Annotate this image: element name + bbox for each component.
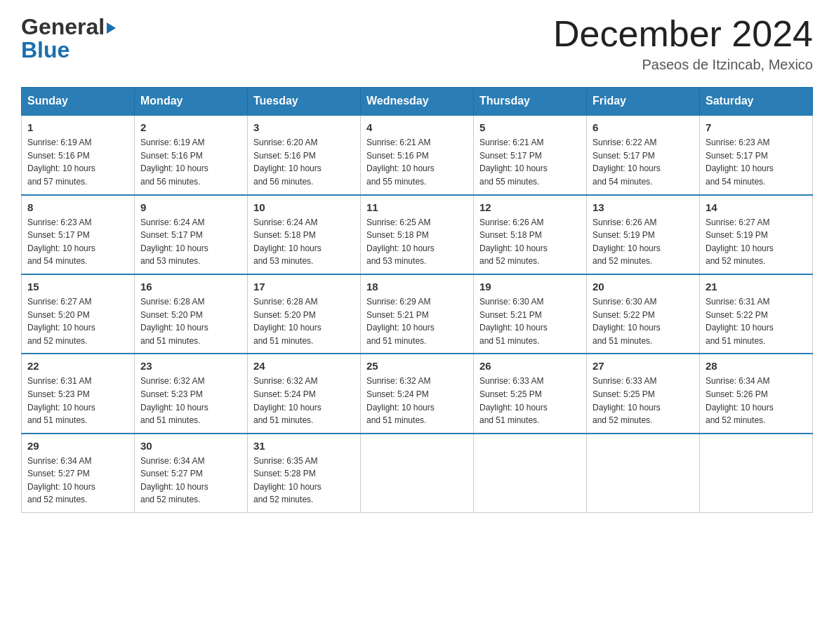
day-cell [700,434,813,513]
day-cell: 13 Sunrise: 6:26 AM Sunset: 5:19 PM Dayl… [587,195,700,274]
day-number: 24 [253,360,355,372]
day-number: 11 [366,201,468,213]
header-day-friday: Friday [587,88,700,116]
week-row-3: 15 Sunrise: 6:27 AM Sunset: 5:20 PM Dayl… [22,274,813,354]
day-info: Sunrise: 6:24 AM Sunset: 5:17 PM Dayligh… [140,216,241,268]
day-info: Sunrise: 6:31 AM Sunset: 5:22 PM Dayligh… [706,295,807,347]
day-info: Sunrise: 6:35 AM Sunset: 5:28 PM Dayligh… [253,455,355,507]
day-number: 5 [479,121,581,133]
day-number: 16 [140,281,241,293]
day-cell: 20 Sunrise: 6:30 AM Sunset: 5:22 PM Dayl… [587,274,700,354]
day-info: Sunrise: 6:34 AM Sunset: 5:27 PM Dayligh… [140,455,241,507]
day-cell: 3 Sunrise: 6:20 AM Sunset: 5:16 PM Dayli… [248,115,361,194]
day-info: Sunrise: 6:31 AM Sunset: 5:23 PM Dayligh… [27,375,128,427]
day-number: 18 [366,281,468,293]
day-cell: 12 Sunrise: 6:26 AM Sunset: 5:18 PM Dayl… [474,195,587,274]
day-number: 30 [140,440,241,452]
day-cell: 1 Sunrise: 6:19 AM Sunset: 5:16 PM Dayli… [22,115,135,194]
day-info: Sunrise: 6:24 AM Sunset: 5:18 PM Dayligh… [253,216,355,268]
day-cell: 31 Sunrise: 6:35 AM Sunset: 5:28 PM Dayl… [248,434,361,513]
day-cell: 18 Sunrise: 6:29 AM Sunset: 5:21 PM Dayl… [361,274,474,354]
day-info: Sunrise: 6:19 AM Sunset: 5:16 PM Dayligh… [140,136,241,188]
day-info: Sunrise: 6:26 AM Sunset: 5:19 PM Dayligh… [593,216,694,268]
day-cell: 4 Sunrise: 6:21 AM Sunset: 5:16 PM Dayli… [361,115,474,194]
day-info: Sunrise: 6:21 AM Sunset: 5:16 PM Dayligh… [366,136,468,188]
day-number: 31 [253,440,355,452]
day-number: 17 [253,281,355,293]
day-number: 22 [27,360,128,372]
day-info: Sunrise: 6:34 AM Sunset: 5:27 PM Dayligh… [27,455,128,507]
day-number: 28 [706,360,807,372]
day-info: Sunrise: 6:21 AM Sunset: 5:17 PM Dayligh… [479,136,581,188]
calendar-table: SundayMondayTuesdayWednesdayThursdayFrid… [21,87,813,513]
day-cell: 24 Sunrise: 6:32 AM Sunset: 5:24 PM Dayl… [248,354,361,433]
day-info: Sunrise: 6:23 AM Sunset: 5:17 PM Dayligh… [706,136,807,188]
header-day-monday: Monday [135,88,248,116]
day-cell: 9 Sunrise: 6:24 AM Sunset: 5:17 PM Dayli… [135,195,248,274]
day-cell: 14 Sunrise: 6:27 AM Sunset: 5:19 PM Dayl… [700,195,813,274]
day-cell: 8 Sunrise: 6:23 AM Sunset: 5:17 PM Dayli… [22,195,135,274]
day-cell: 5 Sunrise: 6:21 AM Sunset: 5:17 PM Dayli… [474,115,587,194]
week-row-5: 29 Sunrise: 6:34 AM Sunset: 5:27 PM Dayl… [22,434,813,513]
day-cell: 28 Sunrise: 6:34 AM Sunset: 5:26 PM Dayl… [700,354,813,433]
header-day-thursday: Thursday [474,88,587,116]
day-info: Sunrise: 6:32 AM Sunset: 5:23 PM Dayligh… [140,375,241,427]
day-cell: 26 Sunrise: 6:33 AM Sunset: 5:25 PM Dayl… [474,354,587,433]
day-cell: 30 Sunrise: 6:34 AM Sunset: 5:27 PM Dayl… [135,434,248,513]
day-cell: 22 Sunrise: 6:31 AM Sunset: 5:23 PM Dayl… [22,354,135,433]
day-number: 1 [27,121,128,133]
day-cell: 27 Sunrise: 6:33 AM Sunset: 5:25 PM Dayl… [587,354,700,433]
week-row-1: 1 Sunrise: 6:19 AM Sunset: 5:16 PM Dayli… [22,115,813,194]
day-info: Sunrise: 6:19 AM Sunset: 5:16 PM Dayligh… [27,136,128,188]
header-day-tuesday: Tuesday [248,88,361,116]
week-row-2: 8 Sunrise: 6:23 AM Sunset: 5:17 PM Dayli… [22,195,813,274]
day-number: 29 [27,440,128,452]
day-number: 19 [479,281,581,293]
day-number: 15 [27,281,128,293]
day-info: Sunrise: 6:28 AM Sunset: 5:20 PM Dayligh… [140,295,241,347]
day-info: Sunrise: 6:28 AM Sunset: 5:20 PM Dayligh… [253,295,355,347]
day-info: Sunrise: 6:25 AM Sunset: 5:18 PM Dayligh… [366,216,468,268]
day-number: 9 [140,201,241,213]
day-info: Sunrise: 6:20 AM Sunset: 5:16 PM Dayligh… [253,136,355,188]
day-info: Sunrise: 6:30 AM Sunset: 5:22 PM Dayligh… [593,295,694,347]
calendar-body: 1 Sunrise: 6:19 AM Sunset: 5:16 PM Dayli… [22,115,813,512]
day-number: 8 [27,201,128,213]
logo-blue: Blue [21,37,70,63]
day-number: 13 [593,201,694,213]
day-cell: 15 Sunrise: 6:27 AM Sunset: 5:20 PM Dayl… [22,274,135,354]
day-number: 2 [140,121,241,133]
day-number: 27 [593,360,694,372]
day-number: 3 [253,121,355,133]
day-info: Sunrise: 6:27 AM Sunset: 5:19 PM Dayligh… [706,216,807,268]
day-info: Sunrise: 6:30 AM Sunset: 5:21 PM Dayligh… [479,295,581,347]
day-cell: 23 Sunrise: 6:32 AM Sunset: 5:23 PM Dayl… [135,354,248,433]
day-cell: 7 Sunrise: 6:23 AM Sunset: 5:17 PM Dayli… [700,115,813,194]
logo: General Blue [21,14,116,63]
day-info: Sunrise: 6:32 AM Sunset: 5:24 PM Dayligh… [366,375,468,427]
day-number: 6 [593,121,694,133]
month-year-title: December 2024 [553,14,813,54]
location-subtitle: Paseos de Itzincab, Mexico [553,57,813,73]
calendar-header: SundayMondayTuesdayWednesdayThursdayFrid… [22,88,813,116]
page-header: General Blue December 2024 Paseos de Itz… [21,14,813,73]
day-cell: 25 Sunrise: 6:32 AM Sunset: 5:24 PM Dayl… [361,354,474,433]
header-row: SundayMondayTuesdayWednesdayThursdayFrid… [22,88,813,116]
week-row-4: 22 Sunrise: 6:31 AM Sunset: 5:23 PM Dayl… [22,354,813,433]
day-info: Sunrise: 6:32 AM Sunset: 5:24 PM Dayligh… [253,375,355,427]
day-info: Sunrise: 6:33 AM Sunset: 5:25 PM Dayligh… [479,375,581,427]
day-cell: 11 Sunrise: 6:25 AM Sunset: 5:18 PM Dayl… [361,195,474,274]
day-cell: 10 Sunrise: 6:24 AM Sunset: 5:18 PM Dayl… [248,195,361,274]
day-number: 14 [706,201,807,213]
day-number: 20 [593,281,694,293]
day-number: 23 [140,360,241,372]
logo-triangle-icon [107,22,116,34]
day-info: Sunrise: 6:26 AM Sunset: 5:18 PM Dayligh… [479,216,581,268]
day-cell: 6 Sunrise: 6:22 AM Sunset: 5:17 PM Dayli… [587,115,700,194]
day-cell: 17 Sunrise: 6:28 AM Sunset: 5:20 PM Dayl… [248,274,361,354]
day-number: 7 [706,121,807,133]
header-day-saturday: Saturday [700,88,813,116]
title-section: December 2024 Paseos de Itzincab, Mexico [553,14,813,73]
day-info: Sunrise: 6:23 AM Sunset: 5:17 PM Dayligh… [27,216,128,268]
day-number: 10 [253,201,355,213]
